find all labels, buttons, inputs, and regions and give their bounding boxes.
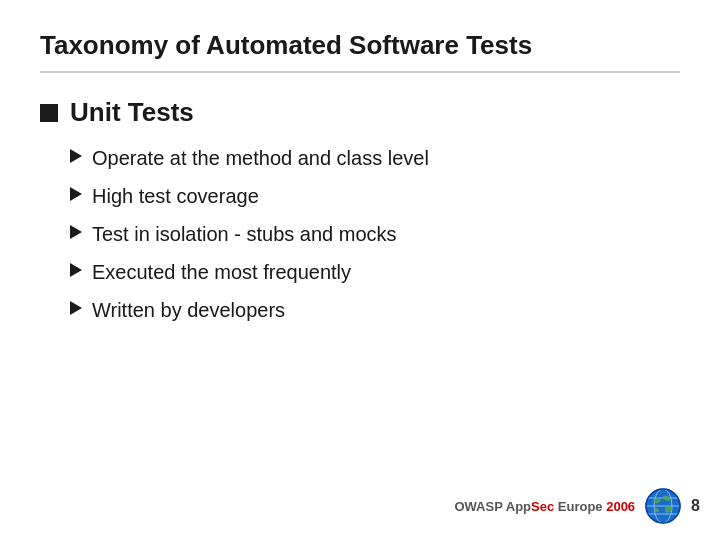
footer-label: OWASP AppSec Europe 2006 bbox=[454, 499, 635, 514]
bullet-text-2: High test coverage bbox=[92, 182, 259, 210]
bullet-text-1: Operate at the method and class level bbox=[92, 144, 429, 172]
list-item: Test in isolation - stubs and mocks bbox=[70, 220, 680, 248]
bullet-text-5: Written by developers bbox=[92, 296, 285, 324]
section-heading-label: Unit Tests bbox=[70, 97, 194, 128]
triangle-bullet-icon bbox=[70, 187, 82, 201]
triangle-bullet-icon bbox=[70, 263, 82, 277]
bullet-list: Operate at the method and class level Hi… bbox=[40, 144, 680, 334]
globe-icon bbox=[645, 488, 681, 524]
bullet-text-4: Executed the most frequently bbox=[92, 258, 351, 286]
list-item: Operate at the method and class level bbox=[70, 144, 680, 172]
square-bullet-icon bbox=[40, 104, 58, 122]
bullet-text-3: Test in isolation - stubs and mocks bbox=[92, 220, 397, 248]
page-number: 8 bbox=[691, 497, 700, 515]
triangle-bullet-icon bbox=[70, 149, 82, 163]
list-item: High test coverage bbox=[70, 182, 680, 210]
footer: OWASP AppSec Europe 2006 8 bbox=[454, 488, 700, 524]
section-heading: Unit Tests bbox=[40, 97, 680, 128]
list-item: Executed the most frequently bbox=[70, 258, 680, 286]
slide: Taxonomy of Automated Software Tests Uni… bbox=[0, 0, 720, 540]
triangle-bullet-icon bbox=[70, 301, 82, 315]
triangle-bullet-icon bbox=[70, 225, 82, 239]
list-item: Written by developers bbox=[70, 296, 680, 324]
slide-title: Taxonomy of Automated Software Tests bbox=[40, 30, 680, 73]
